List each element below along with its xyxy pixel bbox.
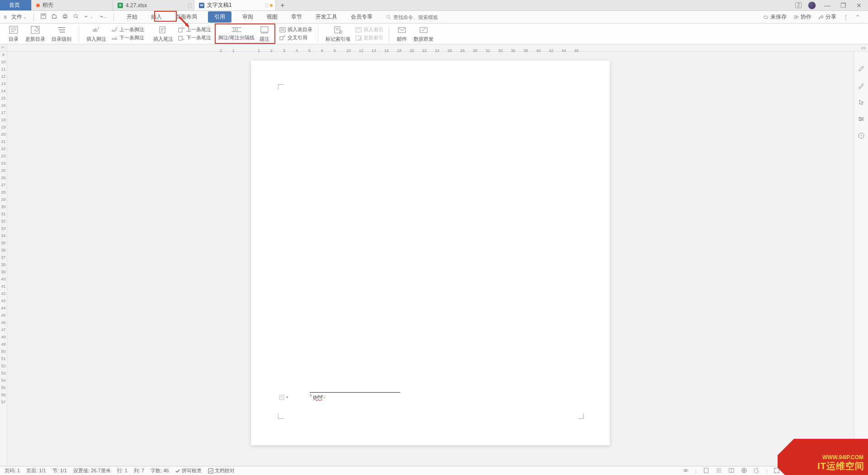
settings-pane-icon[interactable]	[858, 115, 865, 124]
window-count-box[interactable]: 2	[795, 2, 802, 8]
fit-page-icon[interactable]	[774, 467, 780, 475]
update-index-label: 更新索引	[363, 34, 383, 41]
ruler-vertical[interactable]: 9101112131415161718192021222324252627282…	[0, 52, 7, 466]
prev-footnote-button[interactable]: ab 上一条脚注	[111, 26, 144, 33]
mark-index-button[interactable]: 标记索引项	[324, 25, 352, 43]
menu-tab-reference[interactable]: 引用	[208, 11, 231, 23]
mark-index-label: 标记索引项	[326, 36, 350, 43]
footnote-separator-button[interactable]: 脚注/尾注分隔线	[218, 34, 255, 41]
menu-tab-layout[interactable]: 页面布局	[173, 11, 200, 23]
print-icon[interactable]	[62, 13, 68, 21]
chevron-down-icon: ⌄	[24, 15, 27, 19]
footnote-separator-label: 脚注/尾注分隔线	[218, 34, 255, 41]
tab-xlsx[interactable]: S 4.27.xlsx ⎕	[113, 0, 194, 10]
ruler-corner[interactable]	[0, 44, 7, 51]
view-web-icon[interactable]	[741, 467, 747, 475]
tab-add-button[interactable]: +	[276, 0, 289, 10]
group-send-button[interactable]: 数据群发	[412, 25, 435, 43]
print-preview-icon[interactable]	[73, 13, 79, 21]
view-page-icon[interactable]	[703, 467, 709, 475]
collab-button[interactable]: 协作	[793, 13, 811, 21]
window-close[interactable]: ✕	[854, 2, 863, 9]
menu-tab-start[interactable]: 开始	[124, 11, 140, 23]
insert-index-button[interactable]: 插入索引	[355, 26, 383, 33]
check-icon	[175, 468, 180, 474]
insert-endnote-button[interactable]: i 插入尾注	[151, 25, 175, 43]
update-toc-button[interactable]: 更新目录	[24, 25, 47, 43]
hamburger-icon[interactable]: ≡	[4, 14, 7, 20]
view-eye-icon[interactable]	[683, 467, 689, 475]
tab-bar: 首页 稻壳 S 4.27.xlsx ⎕ W 文字文稿1 ⎕ + 2 — ❐ ✕	[0, 0, 868, 11]
collapse-ribbon[interactable]: ⌃	[855, 14, 860, 20]
toc-button[interactable]: 目录	[6, 25, 21, 43]
tab-xlsx-close[interactable]: ⎕	[188, 2, 191, 9]
next-endnote-button[interactable]: 下一条尾注	[178, 34, 211, 41]
select-pane-icon[interactable]	[858, 99, 865, 107]
menu-tab-review[interactable]: 审阅	[240, 11, 256, 23]
zoom-out[interactable]: −	[802, 467, 806, 475]
toc-level-button[interactable]: 目录级别	[50, 25, 73, 43]
status-section[interactable]: 节: 1/1	[52, 467, 67, 474]
status-proof[interactable]: 文档校对	[208, 467, 235, 474]
highlight-pane-icon[interactable]	[858, 82, 865, 90]
nav-pane-button[interactable]: ▭	[860, 44, 866, 51]
update-toc-label: 更新目录	[25, 36, 45, 43]
view-outline-icon[interactable]	[716, 467, 722, 475]
save-as-icon[interactable]	[51, 13, 57, 21]
fullscreen-icon[interactable]	[857, 467, 863, 475]
xlsx-icon: S	[118, 3, 123, 8]
menu-tab-dev[interactable]: 开发工具	[313, 11, 340, 23]
redo-icon[interactable]: ⌄	[98, 14, 107, 20]
share-button[interactable]: 分享	[818, 13, 836, 21]
window-maximize[interactable]: ❐	[839, 2, 848, 9]
footnote-marker-icon[interactable]: ▾	[279, 394, 288, 400]
insert-tof-button[interactable]: 插入表目录	[279, 26, 312, 33]
tab-home[interactable]: 首页	[0, 0, 32, 10]
insert-footnote-button[interactable]: ab1 插入脚注	[85, 25, 108, 43]
document-canvas[interactable]: ▾ 1gvhf↲	[7, 52, 854, 466]
status-page-no[interactable]: 页码: 1	[5, 467, 20, 474]
main-area: 9101112131415161718192021222324252627282…	[0, 52, 868, 466]
zoom-label[interactable]: 100%	[786, 468, 799, 474]
view-night-icon[interactable]	[754, 467, 760, 475]
prev-endnote-button[interactable]: 上一条尾注	[178, 26, 211, 33]
tab-doke[interactable]: 稻壳	[32, 0, 113, 10]
next-footnote-button[interactable]: ab 下一条脚注	[111, 34, 144, 41]
help-pane-icon[interactable]: ?	[858, 132, 865, 141]
undo-icon[interactable]: ⌄	[84, 14, 93, 20]
status-page[interactable]: 页面: 1/1	[26, 467, 46, 474]
update-index-button[interactable]: 更新索引	[355, 34, 383, 41]
more-menu[interactable]: ⋮	[843, 14, 849, 21]
file-menu[interactable]: 文件 ⌄	[11, 13, 27, 21]
menu-tab-view[interactable]: 视图	[264, 11, 280, 23]
zoom-in[interactable]: +	[847, 467, 851, 475]
menu-tab-insert[interactable]: 插入	[148, 11, 165, 23]
svg-rect-22	[280, 37, 283, 40]
cross-ref-label: 交叉引用	[288, 34, 307, 41]
unsaved-indicator[interactable]: 未保存	[763, 13, 787, 21]
svg-text:1: 1	[98, 26, 99, 29]
next-endnote-label: 下一条尾注	[186, 34, 211, 41]
status-line[interactable]: 行: 1	[117, 467, 127, 474]
divider	[113, 13, 114, 21]
mail-button[interactable]: 邮件	[395, 25, 409, 43]
status-position[interactable]: 设置值: 26.7厘米	[73, 467, 111, 474]
footnote-text[interactable]: 1gvhf↲	[310, 393, 326, 400]
menu-tab-vip[interactable]: 会员专享	[348, 11, 375, 23]
save-icon[interactable]	[40, 13, 47, 21]
caption-button[interactable]: 题注	[257, 25, 272, 43]
search-input[interactable]	[393, 14, 448, 20]
toc-label: 目录	[9, 36, 19, 43]
menu-tab-chapter[interactable]: 章节	[288, 11, 305, 23]
status-spell[interactable]: 拼写检查	[175, 467, 202, 474]
status-col[interactable]: 列: 7	[134, 467, 144, 474]
cross-ref-button[interactable]: 交叉引用	[279, 34, 312, 41]
window-minimize[interactable]: —	[822, 2, 832, 9]
style-pane-icon[interactable]	[858, 65, 865, 74]
zoom-slider[interactable]	[808, 470, 844, 471]
tab-doc[interactable]: W 文字文稿1 ⎕	[194, 0, 276, 10]
view-read-icon[interactable]	[728, 467, 735, 475]
status-words[interactable]: 字数: 46	[151, 467, 169, 474]
user-avatar[interactable]	[808, 1, 816, 10]
search-box[interactable]	[386, 14, 448, 20]
